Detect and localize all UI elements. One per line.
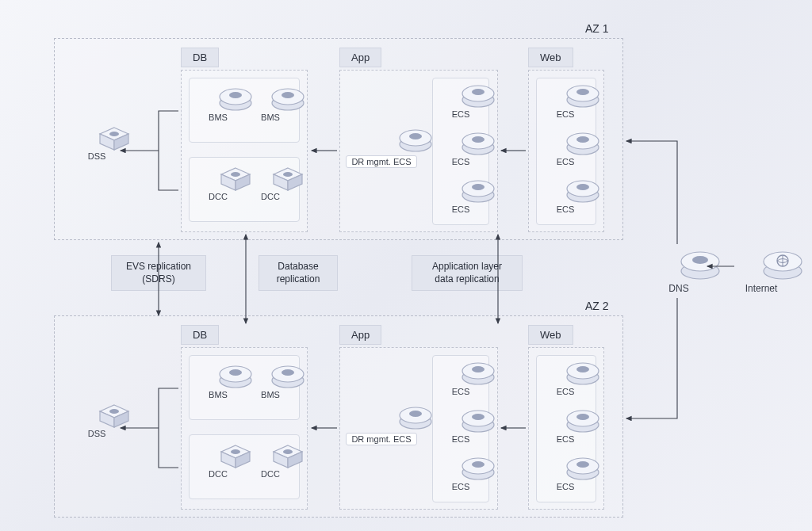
ecs-label: ECS [547, 204, 584, 214]
server-icon [201, 86, 236, 111]
az2-app-ecs2: ECS [442, 407, 479, 444]
az1-dcc1: DCC [200, 165, 236, 201]
server-icon [443, 407, 478, 433]
ecs-label: ECS [442, 434, 479, 444]
az1-web-label: Web [528, 48, 573, 67]
dr-mgmt-label: DR mgmt. ECS [346, 433, 416, 445]
dss-label: DSS [75, 429, 118, 438]
az2-app-ecs1: ECS [442, 360, 479, 396]
az2-db-label: DB [181, 325, 219, 345]
ecs-label: ECS [442, 109, 479, 119]
server-icon [443, 455, 478, 480]
bms-label: BMS [252, 113, 289, 122]
az1-dcc2: DCC [252, 165, 289, 201]
ecs-label: ECS [442, 204, 479, 214]
app-replication-label: Application layerdata replication [412, 255, 523, 291]
az2-bms2: BMS [252, 363, 289, 399]
compute-icon [253, 165, 288, 190]
dss-label: DSS [75, 151, 118, 161]
internet-node: Internet [737, 247, 785, 294]
az1-web-ecs3: ECS [547, 178, 584, 214]
bms-label: BMS [200, 390, 236, 399]
dns-label: DNS [655, 283, 703, 294]
compute-icon [253, 442, 288, 468]
server-icon [364, 127, 399, 152]
server-icon [443, 130, 478, 155]
db-text: Databasereplication [277, 261, 320, 285]
az2-web-ecs1: ECS [547, 360, 584, 396]
storage-icon [79, 124, 114, 150]
server-icon [443, 360, 478, 385]
az2-app-ecs3: ECS [442, 455, 479, 491]
ecs-label: ECS [547, 157, 584, 166]
app-text: Application layerdata replication [432, 261, 502, 285]
dns-icon [657, 247, 700, 281]
db-replication-label: Databasereplication [259, 255, 338, 291]
az2-dcc2: DCC [252, 442, 289, 479]
ecs-label: ECS [442, 482, 479, 491]
ecs-label: ECS [442, 387, 479, 396]
server-icon [548, 455, 583, 480]
dcc-label: DCC [252, 469, 289, 479]
ecs-label: ECS [442, 157, 479, 166]
server-icon [253, 363, 288, 388]
bms-label: BMS [252, 390, 289, 399]
bms-label: BMS [200, 113, 236, 122]
dcc-label: DCC [200, 192, 236, 201]
server-icon [443, 82, 478, 108]
evs-text: EVS replication(SDRS) [126, 261, 191, 285]
evs-replication-label: EVS replication(SDRS) [111, 255, 206, 291]
dcc-label: DCC [200, 469, 236, 479]
compute-icon [201, 442, 236, 468]
az2-app-label: App [339, 325, 381, 345]
az1-bms1: BMS [200, 86, 236, 122]
compute-icon [201, 165, 236, 190]
architecture-diagram: AZ 1 DSS DB BMS BMS DCC DCC App DR mgmt.… [0, 0, 812, 531]
az2-web-ecs2: ECS [547, 407, 584, 444]
server-icon [548, 360, 583, 385]
server-icon [548, 178, 583, 203]
az1-dss-node: DSS [75, 124, 118, 161]
server-icon [201, 363, 236, 388]
globe-icon [740, 247, 783, 281]
az1-label: AZ 1 [585, 22, 609, 35]
ecs-label: ECS [547, 434, 584, 444]
az1-app-label: App [339, 48, 381, 67]
az1-app-ecs1: ECS [442, 82, 479, 119]
az1-web-ecs2: ECS [547, 130, 584, 166]
az2-dr-mgmt: DR mgmt. ECS [346, 404, 417, 445]
az2-dss-node: DSS [75, 402, 118, 438]
server-icon [548, 82, 583, 108]
internet-label: Internet [737, 283, 785, 294]
storage-icon [79, 402, 114, 427]
az1-app-ecs3: ECS [442, 178, 479, 214]
server-icon [253, 86, 288, 111]
az2-web-label: Web [528, 325, 573, 345]
az2-label: AZ 2 [585, 300, 609, 312]
server-icon [364, 404, 399, 430]
az1-db-label: DB [181, 48, 219, 67]
az2-bms1: BMS [200, 363, 236, 399]
server-icon [548, 130, 583, 155]
az1-web-ecs1: ECS [547, 82, 584, 119]
server-icon [443, 178, 478, 203]
az1-app-ecs2: ECS [442, 130, 479, 166]
ecs-label: ECS [547, 482, 584, 491]
ecs-label: ECS [547, 109, 584, 119]
dcc-label: DCC [252, 192, 289, 201]
dns-node: DNS [655, 247, 703, 294]
az2-web-ecs3: ECS [547, 455, 584, 491]
az2-dcc1: DCC [200, 442, 236, 479]
server-icon [548, 407, 583, 433]
az1-dr-mgmt: DR mgmt. ECS [346, 127, 417, 168]
ecs-label: ECS [547, 387, 584, 396]
dr-mgmt-label: DR mgmt. ECS [346, 155, 416, 168]
az1-bms2: BMS [252, 86, 289, 122]
